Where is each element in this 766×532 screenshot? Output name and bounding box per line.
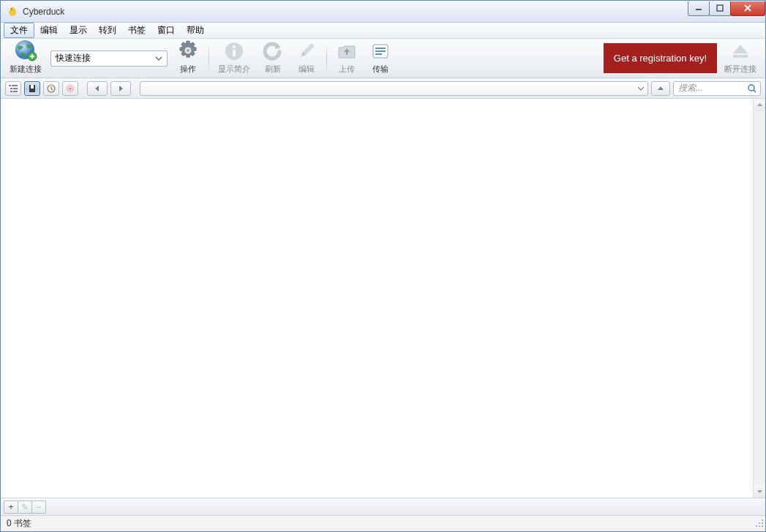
bookmark-icon bbox=[28, 84, 37, 93]
action-button[interactable]: 操作 bbox=[170, 39, 206, 78]
folder-up-icon bbox=[336, 40, 358, 62]
info-button[interactable]: 显示简介 bbox=[212, 39, 256, 78]
view-outline-button[interactable] bbox=[5, 81, 21, 96]
view-mode-group bbox=[5, 81, 78, 96]
svg-point-20 bbox=[70, 87, 72, 89]
titlebar: Cyberduck bbox=[1, 1, 765, 23]
nav-history-group bbox=[87, 81, 131, 96]
outline-icon bbox=[8, 84, 18, 93]
view-bookmarks-button[interactable] bbox=[24, 81, 40, 96]
search-icon bbox=[747, 83, 757, 96]
refresh-icon bbox=[262, 40, 284, 62]
scroll-down-button[interactable] bbox=[754, 485, 765, 498]
menu-help[interactable]: 帮助 bbox=[181, 23, 210, 38]
menu-file[interactable]: 文件 bbox=[4, 23, 34, 38]
content-area bbox=[1, 99, 765, 498]
svg-point-23 bbox=[748, 85, 754, 91]
add-bookmark-button[interactable]: + bbox=[4, 501, 18, 514]
toolbar-spacer bbox=[397, 39, 602, 78]
window-buttons bbox=[688, 1, 765, 16]
resize-grip[interactable] bbox=[755, 519, 764, 530]
svg-rect-13 bbox=[375, 48, 386, 49]
svg-point-26 bbox=[762, 522, 763, 524]
globe-plus-icon bbox=[13, 39, 38, 62]
toolbar-separator-2 bbox=[326, 43, 327, 73]
triangle-up-icon bbox=[657, 85, 664, 92]
clock-icon bbox=[47, 84, 56, 93]
bottombar: + ✎ − bbox=[1, 498, 765, 515]
status-text: 0 书签 bbox=[7, 517, 31, 530]
refresh-label: 刷新 bbox=[265, 64, 281, 75]
transfers-label: 传输 bbox=[372, 64, 388, 75]
transfers-button[interactable]: 传输 bbox=[364, 39, 397, 78]
maximize-button[interactable] bbox=[709, 1, 731, 16]
vertical-scrollbar[interactable] bbox=[753, 99, 765, 498]
svg-rect-14 bbox=[375, 50, 386, 52]
search-input[interactable]: 搜索... bbox=[673, 81, 761, 96]
nav-up-button[interactable] bbox=[651, 81, 670, 96]
upload-label: 上传 bbox=[339, 64, 355, 75]
menu-window[interactable]: 窗口 bbox=[151, 23, 181, 38]
action-label: 操作 bbox=[180, 64, 196, 75]
svg-point-28 bbox=[759, 525, 760, 527]
navbar: 搜索... bbox=[1, 78, 765, 99]
new-connection-button[interactable]: 新建连接 bbox=[4, 39, 48, 78]
search-placeholder: 搜索... bbox=[678, 82, 703, 94]
nav-back-button[interactable] bbox=[87, 81, 108, 96]
menu-view[interactable]: 显示 bbox=[64, 23, 93, 38]
svg-rect-3 bbox=[696, 9, 702, 10]
svg-rect-18 bbox=[31, 85, 34, 89]
new-connection-label: 新建连接 bbox=[10, 64, 42, 75]
svg-point-27 bbox=[756, 525, 757, 527]
svg-point-25 bbox=[759, 522, 760, 524]
window-title: Cyberduck bbox=[23, 7, 688, 17]
upload-button[interactable]: 上传 bbox=[330, 39, 364, 78]
disconnect-label: 断开连接 bbox=[724, 64, 756, 75]
app-window: Cyberduck 文件 编辑 显示 转到 书签 窗口 帮助 bbox=[0, 0, 766, 532]
edit-bookmark-button[interactable]: ✎ bbox=[18, 501, 32, 514]
triangle-left-icon bbox=[94, 85, 101, 92]
svg-point-29 bbox=[762, 525, 763, 527]
menubar: 文件 编辑 显示 转到 书签 窗口 帮助 bbox=[1, 23, 765, 39]
nav-forward-button[interactable] bbox=[110, 81, 131, 96]
triangle-right-icon bbox=[117, 85, 124, 92]
path-dropdown[interactable] bbox=[140, 81, 648, 96]
disconnect-button[interactable]: 断开连接 bbox=[718, 39, 762, 78]
svg-point-2 bbox=[11, 8, 12, 9]
toolbar: 新建连接 快速连接 操作 bbox=[1, 39, 765, 78]
registration-label: Get a registration key! bbox=[614, 53, 707, 64]
menu-go[interactable]: 转到 bbox=[93, 23, 122, 38]
info-icon bbox=[223, 40, 245, 62]
svg-rect-16 bbox=[733, 55, 748, 58]
bonjour-icon bbox=[65, 84, 75, 93]
view-bonjour-button[interactable] bbox=[62, 81, 78, 96]
menu-bookmarks[interactable]: 书签 bbox=[122, 23, 151, 38]
svg-point-10 bbox=[233, 45, 236, 48]
toolbar-separator bbox=[209, 43, 209, 73]
edit-label: 编辑 bbox=[298, 64, 315, 75]
eject-icon bbox=[729, 40, 751, 62]
chevron-down-icon[interactable] bbox=[153, 53, 165, 64]
quick-connect-input[interactable]: 快速连接 bbox=[50, 50, 168, 67]
minimize-button[interactable] bbox=[688, 1, 710, 16]
remove-bookmark-button[interactable]: − bbox=[31, 501, 46, 514]
app-icon bbox=[7, 6, 18, 18]
edit-button[interactable]: 编辑 bbox=[290, 39, 323, 78]
svg-point-8 bbox=[187, 49, 189, 52]
chevron-down-icon[interactable] bbox=[637, 83, 645, 96]
svg-point-24 bbox=[762, 520, 763, 521]
close-button[interactable] bbox=[730, 1, 765, 16]
svg-rect-15 bbox=[375, 53, 382, 55]
refresh-button[interactable]: 刷新 bbox=[256, 39, 290, 78]
svg-point-1 bbox=[10, 7, 15, 11]
transfers-icon bbox=[369, 40, 391, 62]
registration-banner[interactable]: Get a registration key! bbox=[604, 43, 717, 73]
statusbar: 0 书签 bbox=[1, 515, 765, 531]
info-label: 显示简介 bbox=[218, 64, 250, 75]
pencil-icon bbox=[296, 40, 318, 62]
view-history-button[interactable] bbox=[43, 81, 59, 96]
svg-rect-4 bbox=[717, 5, 723, 11]
quick-connect: 快速连接 bbox=[48, 39, 170, 78]
menu-edit[interactable]: 编辑 bbox=[34, 23, 64, 38]
scroll-up-button[interactable] bbox=[754, 99, 765, 111]
